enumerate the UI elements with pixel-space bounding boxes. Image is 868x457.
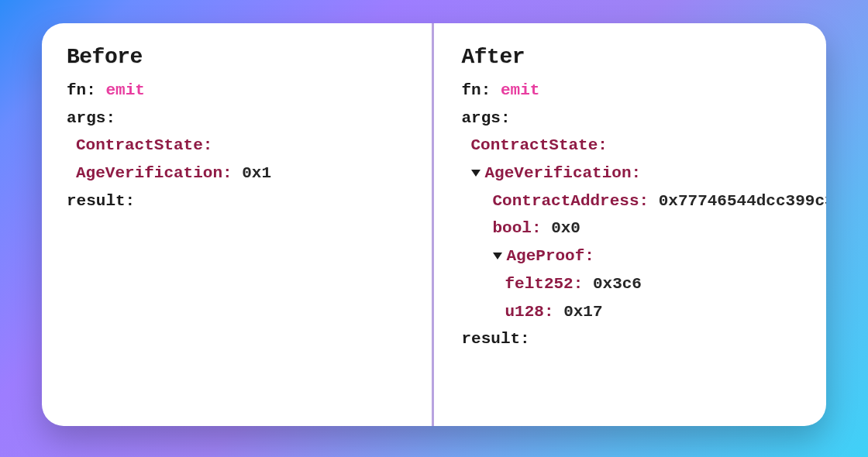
- contract-addr-label: ContractAddress:: [493, 192, 649, 210]
- after-u128: u128: 0x17: [462, 298, 804, 326]
- after-age-proof[interactable]: AgeProof:: [462, 242, 804, 270]
- age-ver-label: AgeVerification:: [76, 164, 232, 182]
- after-fn-line: fn: emit: [462, 77, 804, 105]
- fn-label: fn:: [67, 81, 96, 99]
- result-label: result:: [67, 192, 135, 210]
- before-args-label: args:: [67, 105, 408, 132]
- bool-label: bool:: [493, 219, 542, 237]
- after-args-label: args:: [462, 105, 804, 132]
- after-contract-state: ContractState:: [462, 132, 804, 160]
- before-pane: Before fn: emit args: ContractState: Age…: [42, 23, 432, 426]
- before-fn-line: fn: emit: [67, 77, 408, 105]
- caret-down-icon: [471, 170, 480, 177]
- age-ver-value: 0x1: [242, 164, 271, 182]
- fn-label: fn:: [462, 81, 491, 99]
- result-label: result:: [462, 330, 530, 348]
- after-heading: After: [462, 45, 804, 69]
- caret-down-icon: [493, 253, 502, 259]
- fn-name: emit: [501, 81, 539, 99]
- u128-label: u128:: [505, 303, 554, 321]
- u128-value: 0x17: [563, 303, 602, 321]
- before-age-ver: AgeVerification: 0x1: [67, 160, 408, 187]
- args-label: args:: [462, 109, 511, 127]
- age-proof-label: AgeProof:: [507, 247, 594, 265]
- felt-label: felt252:: [505, 275, 584, 293]
- after-result: result:: [462, 325, 804, 353]
- comparison-card: Before fn: emit args: ContractState: Age…: [42, 23, 826, 426]
- felt-value: 0x3c6: [593, 275, 642, 293]
- fn-name: emit: [105, 81, 144, 99]
- before-result: result:: [67, 187, 408, 215]
- bool-value: 0x0: [551, 219, 580, 237]
- before-contract-state: ContractState:: [67, 132, 408, 160]
- contract-addr-value: 0x77746544dcc399c3: [659, 192, 826, 210]
- after-felt: felt252: 0x3c6: [462, 270, 804, 298]
- before-heading: Before: [67, 45, 408, 69]
- args-label: args:: [67, 109, 115, 127]
- after-age-ver[interactable]: AgeVerification:: [462, 160, 804, 187]
- after-bool: bool: 0x0: [462, 215, 804, 242]
- age-ver-label: AgeVerification:: [485, 164, 642, 182]
- contract-state-label: ContractState:: [471, 136, 608, 154]
- contract-state-label: ContractState:: [76, 136, 212, 154]
- after-contract-addr: ContractAddress: 0x77746544dcc399c3: [462, 187, 804, 215]
- after-pane: After fn: emit args: ContractState: AgeV…: [434, 23, 827, 426]
- gradient-background: Before fn: emit args: ContractState: Age…: [0, 0, 868, 457]
